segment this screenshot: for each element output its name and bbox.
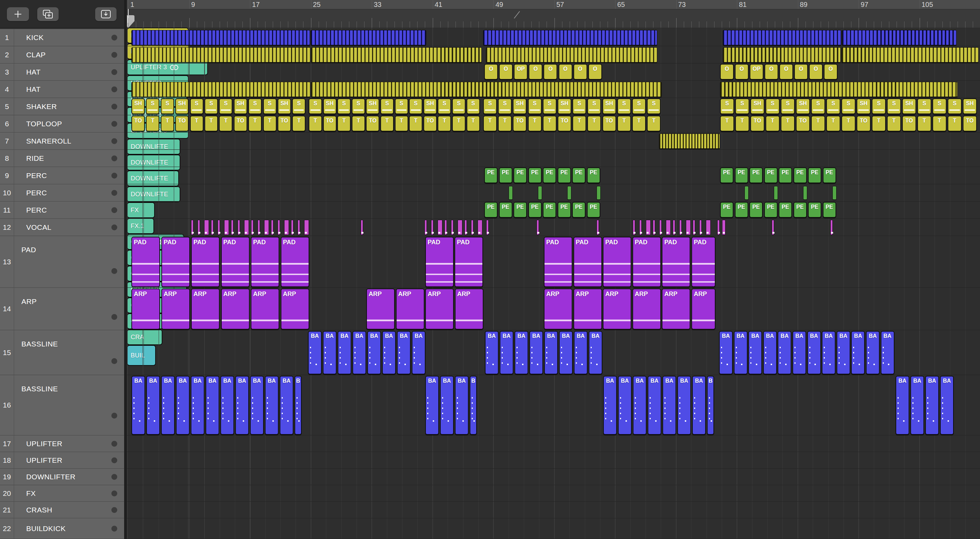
region-cell-shaker[interactable]: SH [796, 98, 810, 114]
region-cell-bassline[interactable]: BA [851, 331, 865, 375]
region-cell-shaker[interactable]: S [573, 98, 586, 114]
region-cell-toploop[interactable]: TO [175, 116, 189, 131]
region-cell-bassline[interactable]: BA [792, 331, 806, 375]
region-notebar-vocal[interactable] [717, 220, 720, 235]
region-cell-bassline[interactable]: BA [367, 331, 381, 375]
region-cell-bassline[interactable]: BA [161, 376, 175, 435]
region-notebar-vocal[interactable] [486, 220, 488, 235]
region-cell-bassline[interactable]: BA [455, 376, 469, 435]
region-cell-bassline[interactable]: B [707, 376, 714, 435]
track-header-perc-11[interactable]: 11PERC [0, 201, 124, 219]
region-cell-hat[interactable]: O [735, 64, 749, 80]
region-cell-shaker[interactable]: S [452, 98, 466, 114]
region-cell-pad[interactable]: PAD [544, 237, 573, 287]
track-header-ride-8[interactable]: 8RIDE [0, 150, 124, 167]
region-cell-arp[interactable]: ARP [396, 289, 425, 330]
region-cell-shaker[interactable]: S [811, 98, 825, 114]
region-cell-perc[interactable]: PE [720, 202, 733, 218]
track-header-perc-9[interactable]: 9PERC [0, 167, 124, 184]
region-cell-bassline[interactable]: BA [648, 376, 661, 435]
track-header-pad-13[interactable]: 13PAD [0, 236, 124, 288]
region-cell-hat[interactable]: O [573, 64, 587, 80]
track-state-dot[interactable] [111, 268, 117, 274]
region-cell-perc[interactable]: PE [499, 202, 512, 218]
track-state-dot[interactable] [111, 69, 117, 75]
region-notebar-vocal[interactable] [451, 220, 453, 235]
region-snareroll[interactable] [659, 134, 720, 149]
region-notebar-vocal[interactable] [830, 220, 833, 235]
region-cell-shaker[interactable]: S [735, 98, 749, 114]
region-notebar-vocal[interactable] [251, 220, 253, 235]
region-cell-hat[interactable]: O [529, 64, 542, 80]
region-cell-arp[interactable]: ARP [662, 289, 690, 330]
region-notebar-vocal[interactable] [271, 220, 274, 235]
track-state-dot[interactable] [111, 155, 117, 161]
region-cell-hat[interactable]: O [484, 64, 498, 80]
region-clap[interactable] [723, 47, 841, 62]
track-state-dot[interactable] [111, 224, 117, 230]
track-state-dot[interactable] [111, 35, 117, 40]
region-cell-bassline[interactable]: B [294, 376, 302, 435]
region-cell-arp[interactable]: ARP [691, 289, 716, 330]
region-kick[interactable] [842, 30, 956, 45]
region-cell-toploop[interactable]: T [872, 116, 886, 131]
region-cell-toploop[interactable]: T [466, 116, 480, 131]
region-cell-shaker[interactable]: SH [963, 98, 977, 114]
region-cell-bassline[interactable]: BA [280, 376, 293, 435]
region-cell-arp[interactable]: ARP [131, 289, 160, 330]
region-cell-perc[interactable]: PE [587, 202, 600, 218]
region-notebar-vocal[interactable] [204, 220, 209, 235]
region-cell-perc[interactable]: PE [794, 167, 807, 183]
region-thin-perc[interactable] [509, 186, 513, 200]
region-cell-shaker[interactable]: S [826, 98, 840, 114]
region-cell-perc[interactable]: PE [543, 167, 556, 183]
region-cell-shaker[interactable]: S [543, 98, 557, 114]
region-cell-hat[interactable]: O [779, 64, 793, 80]
region-cell-shaker[interactable]: SH [175, 98, 189, 114]
region-cell-toploop[interactable]: T [219, 116, 232, 131]
region-cell-perc[interactable]: PE [572, 202, 585, 218]
region-notebar-vocal[interactable] [298, 220, 300, 235]
region-cell-arp[interactable]: ARP [366, 289, 395, 330]
region-cell-shaker[interactable]: S [872, 98, 886, 114]
region-cell-shaker[interactable]: SH [234, 98, 247, 114]
region-notebar-vocal[interactable] [458, 220, 462, 235]
region-cell-bassline[interactable]: BA [734, 331, 748, 375]
region-cell-bassline[interactable]: BA [633, 376, 647, 435]
region-cell-bassline[interactable]: BA [822, 331, 835, 375]
track-header-bassline-16[interactable]: 16BASSLINE [0, 375, 124, 435]
region-clap[interactable] [131, 47, 310, 62]
track-header-vocal-12[interactable]: 12VOCAL [0, 219, 124, 236]
region-cell-shaker[interactable]: S [917, 98, 931, 114]
region-notebar-vocal[interactable] [646, 220, 651, 235]
region-cell-arp[interactable]: ARP [281, 289, 309, 330]
track-state-dot[interactable] [111, 358, 117, 364]
track-state-dot[interactable] [111, 457, 117, 463]
region-cell-toploop[interactable]: T [826, 116, 840, 131]
region-cell-bassline[interactable]: BA [692, 376, 706, 435]
region-cell-toploop[interactable]: TO [323, 116, 337, 131]
region-cell-bassline[interactable]: BA [500, 331, 514, 375]
region-cell-toploop[interactable]: T [617, 116, 631, 131]
region-cell-bassline[interactable]: BA [589, 331, 602, 375]
region-cell-bassline[interactable]: BA [529, 331, 543, 375]
region-cell-arp[interactable]: ARP [544, 289, 573, 330]
region-cell-bassline[interactable]: BA [662, 376, 676, 435]
region-cell-bassline[interactable]: BA [881, 331, 894, 375]
region-cell-perc[interactable]: PE [779, 202, 792, 218]
region-notebar-vocal[interactable] [278, 220, 280, 235]
region-cell-shaker[interactable]: S [190, 98, 204, 114]
region-cell-perc[interactable]: PE [749, 167, 763, 183]
region-cell-shaker[interactable]: SH [423, 98, 437, 114]
region-cell-shaker[interactable]: S [292, 98, 305, 114]
region-cell-toploop[interactable]: T [735, 116, 749, 131]
region-cell-bassline[interactable]: BA [837, 331, 850, 375]
region-cell-perc[interactable]: PE [499, 167, 512, 183]
region-cell-toploop[interactable]: T [352, 116, 365, 131]
track-header-arp-14[interactable]: 14ARP [0, 288, 124, 330]
region-thin-perc[interactable] [832, 186, 837, 200]
region-notebar-vocal[interactable] [444, 220, 447, 235]
region-cell-arp[interactable]: ARP [221, 289, 250, 330]
region-cell-shaker[interactable]: S [248, 98, 262, 114]
region-cell-bassline[interactable]: BA [896, 376, 909, 435]
